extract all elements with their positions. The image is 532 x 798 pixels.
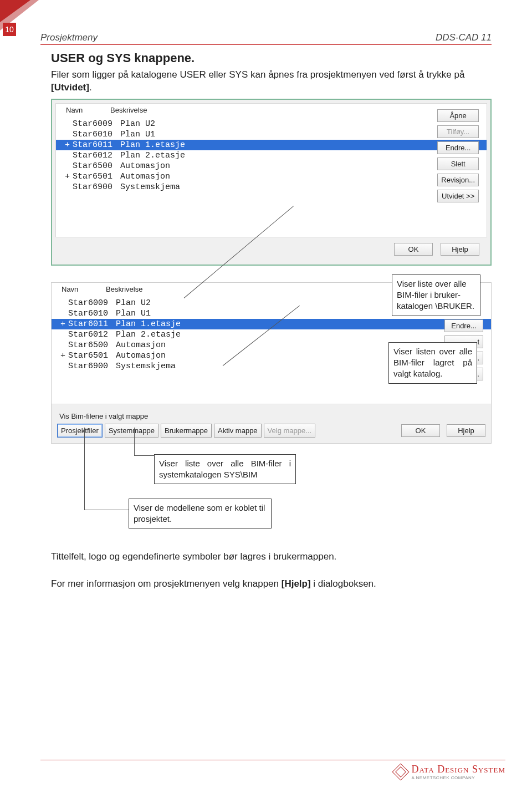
ok-button-2[interactable]: OK xyxy=(401,424,440,437)
tab-user-folder[interactable]: Brukermappe xyxy=(161,424,212,438)
table-row[interactable]: Star6900Systemskjema xyxy=(56,182,487,192)
dialog-footer-row: OK Hjelp xyxy=(55,237,487,261)
col-desc: Beskrivelse xyxy=(110,106,147,114)
edit-button[interactable]: Endre... xyxy=(437,141,479,154)
bottom-text-block: Tittelfelt, logo og egendefinerte symbol… xyxy=(51,549,492,591)
add-button[interactable]: Tilføy... xyxy=(437,125,479,138)
section-heading: USER og SYS knappene. xyxy=(51,51,492,65)
revision-button[interactable]: Revisjon... xyxy=(437,174,479,186)
col-name: Navn xyxy=(66,106,110,114)
file-list[interactable]: Star6009Plan U2Star6010Plan U1+Star6011P… xyxy=(56,118,487,195)
list-whitespace xyxy=(56,195,487,237)
logo-main-text: Data Design System xyxy=(411,764,505,775)
header-left: Prosjektmeny xyxy=(40,32,98,43)
screenshot-dialog-1: Navn Beskrivelse Star6009Plan U2Star6010… xyxy=(51,99,492,266)
bottom-p2: For mer informasjon om prosjektmenyen ve… xyxy=(51,576,492,591)
tab-active-folder[interactable]: Aktiv mappe xyxy=(214,424,262,438)
tab-section-label: Vis Bim-filene i valgt mappe xyxy=(57,408,485,424)
table-row[interactable]: Star6010Plan U1 xyxy=(56,129,487,140)
table-row[interactable]: Star6500Automasjon xyxy=(56,161,487,171)
tab-system-folder[interactable]: Systemmappe xyxy=(105,424,158,438)
intro-paragraph: Filer som ligger på katalogene USER elle… xyxy=(51,69,492,94)
page-corner-decoration xyxy=(0,0,30,22)
callout-user-folder: Viser liste over alle BIM-filer i bruker… xyxy=(392,275,480,316)
col-desc-2: Beskrivelse xyxy=(106,285,142,293)
open-button[interactable]: Åpne xyxy=(437,109,479,122)
intro-suffix: . xyxy=(89,82,92,93)
bottom-p2b: [Hjelp] xyxy=(282,578,311,589)
intro-bold: [Utvidet] xyxy=(51,82,89,93)
edit-button-2[interactable]: Endre... xyxy=(444,319,483,332)
bottom-p2c: i dialogboksen. xyxy=(311,578,376,589)
logo-sub-text: A NEMETSCHEK COMPANY xyxy=(411,775,475,780)
table-row[interactable]: Star6012Plan 2.etasje xyxy=(56,150,487,161)
running-header: Prosjektmeny DDS-CAD 11 xyxy=(40,32,492,45)
delete-button[interactable]: Slett xyxy=(437,157,479,170)
bottom-p2a: For mer informasjon om prosjektmenyen ve… xyxy=(51,578,282,589)
callout-active-folder: Viser listen over alle BIM-filer lagret … xyxy=(388,342,477,384)
header-right: DDS-CAD 11 xyxy=(436,32,492,43)
tab-choose-folder[interactable]: Velg mappe... xyxy=(264,424,316,438)
table-row[interactable]: Star6012Plan 2.etasje xyxy=(52,329,491,340)
help-button[interactable]: Hjelp xyxy=(441,243,479,256)
col-name-2: Navn xyxy=(62,285,106,293)
company-logo: Data Design System A NEMETSCHEK COMPANY xyxy=(395,764,505,780)
screenshot-dialog-2: Navn Beskrivelse Star6009Plan U2Star6010… xyxy=(51,282,492,444)
table-row[interactable]: +Star6501Automasjon xyxy=(56,171,487,182)
intro-text: Filer som ligger på katalogene USER elle… xyxy=(51,69,464,80)
callout-project-files: Viser de modellene som er koblet til pro… xyxy=(129,499,272,529)
side-button-column: Åpne Tilføy... Endre... Slett Revisjon..… xyxy=(437,109,479,202)
table-row[interactable]: +Star6011Plan 1.etasje xyxy=(56,140,487,150)
page-footer: Data Design System A NEMETSCHEK COMPANY xyxy=(40,760,505,780)
extended-button[interactable]: Utvidet >> xyxy=(437,190,479,202)
logo-icon xyxy=(392,763,410,780)
help-button-2[interactable]: Hjelp xyxy=(447,424,485,437)
callout-system-folder: Viser liste over alle BIM-filer i system… xyxy=(154,454,296,485)
page-number: 10 xyxy=(3,23,16,36)
ok-button[interactable]: OK xyxy=(394,243,433,256)
tab-section: Vis Bim-filene i valgt mappe Prosjektfil… xyxy=(52,404,491,443)
bottom-p1: Tittelfelt, logo og egendefinerte symbol… xyxy=(51,549,492,564)
tab-project-files[interactable]: Prosjektfiler xyxy=(57,424,103,438)
list-header: Navn Beskrivelse xyxy=(56,104,487,118)
table-row[interactable]: Star6009Plan U2 xyxy=(56,119,487,129)
